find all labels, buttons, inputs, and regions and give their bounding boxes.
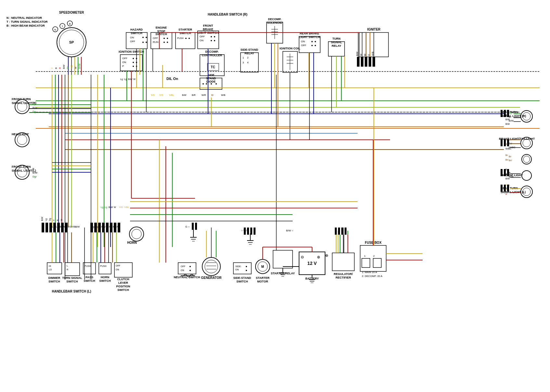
svg-point-72 bbox=[211, 83, 212, 85]
svg-text:R: R bbox=[505, 193, 507, 195]
svg-text:Br: Br bbox=[364, 53, 366, 56]
svg-text:ON: ON bbox=[235, 268, 239, 271]
svg-text:W: W bbox=[133, 78, 136, 80]
svg-text:OFF: OFF bbox=[181, 265, 185, 268]
svg-text:Y/G: Y/G bbox=[68, 226, 72, 228]
svg-rect-448 bbox=[365, 57, 367, 67]
svg-text:W/BC: W/BC bbox=[505, 148, 511, 150]
svg-text:HAZARD: HAZARD bbox=[130, 28, 143, 31]
svg-point-88 bbox=[315, 41, 316, 42]
svg-rect-353 bbox=[341, 228, 343, 235]
svg-text:L: L bbox=[67, 265, 68, 267]
svg-text:SIDE: SIDE bbox=[207, 73, 214, 77]
svg-text:N: N bbox=[54, 28, 56, 31]
svg-text:SWITCH: SWITCH bbox=[66, 280, 78, 283]
svg-text:ON: ON bbox=[200, 39, 203, 42]
svg-point-31 bbox=[167, 38, 168, 39]
svg-rect-310 bbox=[42, 223, 44, 232]
svg-text:ON: ON bbox=[301, 40, 305, 43]
svg-text:SIDE-STAND: SIDE-STAND bbox=[241, 48, 258, 51]
svg-text:TC: TC bbox=[211, 65, 215, 69]
svg-rect-446 bbox=[357, 57, 360, 67]
svg-text:DECOMP.: DECOMP. bbox=[205, 50, 219, 53]
svg-text:B/W: B/W bbox=[182, 94, 187, 96]
svg-text:RUN: RUN bbox=[153, 41, 159, 44]
svg-text:Gr/W: Gr/W bbox=[78, 63, 81, 69]
svg-text:LO: LO bbox=[49, 268, 52, 271]
svg-text:B/W: B/W bbox=[41, 216, 43, 221]
svg-point-39 bbox=[189, 38, 190, 39]
svg-text:OFF: OFF bbox=[301, 44, 306, 47]
svg-rect-421 bbox=[501, 185, 503, 192]
svg-text:POSITION: POSITION bbox=[116, 285, 130, 288]
svg-text:OFF: OFF bbox=[122, 57, 127, 60]
svg-text:CLUTCH: CLUTCH bbox=[117, 278, 129, 281]
svg-text:M: M bbox=[261, 265, 264, 268]
svg-text:B/W ○: B/W ○ bbox=[286, 229, 293, 232]
svg-point-21 bbox=[146, 37, 147, 38]
svg-text:Y/G: Y/G bbox=[107, 226, 111, 228]
svg-text:TURN: TURN bbox=[333, 37, 341, 40]
svg-text:W: W bbox=[103, 226, 106, 228]
svg-text:IGNITION COIL: IGNITION COIL bbox=[280, 47, 301, 50]
svg-text:SWITCH: SWITCH bbox=[99, 279, 111, 282]
svg-point-89 bbox=[311, 45, 313, 46]
svg-text:Dg: Dg bbox=[49, 218, 51, 221]
svg-text:W: W bbox=[360, 54, 362, 56]
svg-text:PASS: PASS bbox=[85, 276, 93, 279]
svg-text:SIGNAL: SIGNAL bbox=[331, 41, 342, 44]
svg-text:B/W: B/W bbox=[356, 51, 358, 56]
svg-text:Lg: Lg bbox=[120, 78, 123, 81]
svg-text:B/W: B/W bbox=[505, 123, 510, 125]
svg-text:○ W/Y: ○ W/Y bbox=[241, 229, 249, 232]
svg-text:SWITCH: SWITCH bbox=[48, 280, 60, 283]
svg-rect-449 bbox=[369, 57, 371, 67]
svg-text:Y: Y bbox=[51, 67, 53, 69]
svg-text:PUSH: PUSH bbox=[85, 265, 91, 267]
svg-text:PUSH: PUSH bbox=[177, 37, 183, 39]
svg-point-71 bbox=[206, 83, 207, 85]
svg-text:MOTOR: MOTOR bbox=[257, 280, 268, 283]
svg-point-33 bbox=[167, 42, 168, 43]
svg-point-90 bbox=[315, 45, 316, 46]
wiring-diagram: SPEEDOMETER SP N T B N : NEUTRAL INDICAT… bbox=[0, 0, 550, 392]
svg-text:SOLENOID: SOLENOID bbox=[267, 21, 282, 24]
svg-text:O: O bbox=[368, 54, 370, 56]
svg-text:B/W: B/W bbox=[33, 171, 38, 174]
svg-text:W: W bbox=[74, 67, 77, 69]
svg-text:B: B bbox=[69, 22, 71, 25]
svg-text:B  : HIGH BEAM INDICATOR: B : HIGH BEAM INDICATOR bbox=[7, 24, 45, 27]
svg-text:OFF: OFF bbox=[130, 40, 135, 43]
svg-text:W: W bbox=[60, 219, 63, 221]
svg-text:Y/G: Y/G bbox=[151, 94, 155, 96]
svg-text:HANDLEBAR SWITCH (R): HANDLEBAR SWITCH (R) bbox=[208, 13, 247, 16]
svg-text:Br: Br bbox=[505, 154, 508, 156]
svg-rect-311 bbox=[46, 223, 48, 232]
svg-text:DIMMER: DIMMER bbox=[48, 276, 60, 280]
svg-point-59 bbox=[133, 66, 134, 67]
svg-text:DECOMP.: DECOMP. bbox=[268, 18, 282, 21]
svg-point-47 bbox=[214, 36, 215, 37]
svg-rect-450 bbox=[373, 57, 375, 67]
svg-text:1: MAIN    20 A: 1: MAIN 20 A bbox=[362, 271, 377, 274]
svg-rect-350 bbox=[254, 228, 255, 235]
svg-text:LEVER: LEVER bbox=[118, 281, 128, 284]
svg-text:DIL On: DIL On bbox=[166, 77, 178, 81]
svg-text:Br: Br bbox=[211, 94, 214, 96]
svg-rect-413 bbox=[504, 110, 506, 117]
svg-text:SPEEDOMETER: SPEEDOMETER bbox=[59, 11, 84, 14]
svg-text:RECTIFIER: RECTIFIER bbox=[335, 276, 351, 279]
svg-text:STARTER: STARTER bbox=[178, 28, 192, 31]
svg-text:ON: ON bbox=[181, 269, 184, 271]
svg-point-73 bbox=[216, 83, 217, 85]
svg-point-163 bbox=[190, 270, 191, 271]
svg-text:W: W bbox=[114, 206, 116, 208]
svg-text:STARTER: STARTER bbox=[256, 276, 269, 280]
svg-text:REGULATOR/: REGULATOR/ bbox=[334, 272, 353, 276]
svg-text:T: T bbox=[62, 25, 63, 28]
svg-text:IGNITION SWITCH: IGNITION SWITCH bbox=[119, 50, 144, 53]
svg-point-176 bbox=[246, 266, 247, 267]
svg-rect-417 bbox=[507, 139, 509, 146]
svg-text:HORN: HORN bbox=[127, 241, 137, 244]
svg-point-46 bbox=[211, 36, 212, 37]
